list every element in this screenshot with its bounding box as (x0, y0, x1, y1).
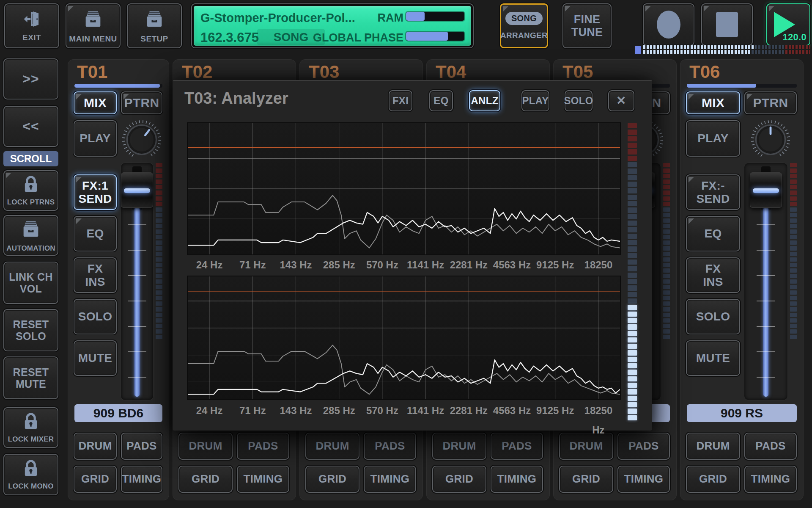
sidebar-item-automation[interactable]: AUTOMATION (3, 215, 58, 256)
sidebar-item-scroll-left[interactable]: << (3, 106, 58, 147)
pattern-name: G-Stomper-Producer-Pol... (200, 11, 355, 25)
meter-segment (156, 207, 162, 212)
dialog-tab-play[interactable]: PLAY (521, 90, 549, 111)
timing-button[interactable]: TIMING (364, 466, 416, 493)
timing-button[interactable]: TIMING (617, 466, 670, 493)
play-button[interactable]: 120.0 (766, 3, 810, 46)
meter-segment (156, 290, 162, 295)
meter-segment (156, 240, 162, 245)
close-icon[interactable]: ✕ (608, 90, 634, 111)
drum-button[interactable]: DRUM (74, 433, 117, 460)
grid-button[interactable]: GRID (178, 466, 233, 493)
sidebar-item-reset-solo[interactable]: RESET SOLO (3, 309, 58, 351)
ptrn-button[interactable]: PTRN (744, 91, 797, 114)
meter-segment (628, 149, 637, 154)
dialog-tab-solo[interactable]: SOLO (565, 90, 593, 111)
ptrn-button[interactable]: PTRN (121, 91, 162, 114)
fine-tune-button[interactable]: FINE TUNE (562, 3, 612, 48)
meter-segment (156, 263, 162, 267)
fader-tick (128, 326, 146, 327)
dialog-tab-eq[interactable]: EQ (429, 90, 453, 111)
solo-button[interactable]: SOLO (74, 299, 117, 334)
meter-segment (790, 224, 797, 228)
fx-ins-button[interactable]: FX INS (686, 257, 740, 293)
grid-button[interactable]: GRID (305, 466, 359, 493)
sidebar-item-label: LOCK MONO (8, 482, 54, 490)
timing-button[interactable]: TIMING (491, 466, 543, 493)
tempo-value: 120.0 (782, 32, 807, 43)
drum-button[interactable]: DRUM (432, 433, 486, 460)
meter-segment (628, 234, 637, 239)
meter-segment (663, 324, 670, 328)
mix-button[interactable]: MIX (74, 91, 117, 114)
setup-button[interactable]: SETUP (127, 3, 182, 48)
channel-pan-knob[interactable] (121, 119, 162, 161)
record-button[interactable] (643, 3, 694, 46)
timing-button[interactable]: TIMING (237, 466, 289, 493)
grid-button[interactable]: GRID (559, 466, 613, 493)
fader-handle-light (124, 188, 150, 193)
grid-button[interactable]: GRID (74, 466, 117, 493)
meter-segment (628, 344, 637, 349)
grid-button[interactable]: GRID (686, 466, 740, 493)
pads-button[interactable]: PADS (617, 433, 670, 460)
stop-button[interactable] (701, 3, 753, 46)
fader-tick (128, 224, 146, 225)
pads-button[interactable]: PADS (491, 433, 543, 460)
track-play-button[interactable]: PLAY (74, 120, 117, 157)
fader-handle[interactable] (750, 172, 782, 208)
analyzer-chart-upper (188, 123, 620, 254)
sidebar-item-lock-mono[interactable]: LOCK MONO (3, 454, 58, 495)
main-menu-button[interactable]: MAIN MENU (66, 3, 121, 48)
solo-button[interactable]: SOLO (686, 299, 740, 334)
drum-button[interactable]: DRUM (686, 433, 740, 460)
pads-button[interactable]: PADS (364, 433, 416, 460)
fx-send-button[interactable]: FX:1SEND (74, 174, 117, 210)
meter-segment (628, 207, 637, 213)
channel-pan-knob[interactable] (744, 119, 797, 161)
sidebar-item-lock-mixer[interactable]: LOCK MIXER (3, 407, 58, 448)
fx-send-label: SEND (79, 192, 112, 205)
timing-button[interactable]: TIMING (744, 466, 797, 493)
drum-button[interactable]: DRUM (305, 433, 359, 460)
dialog-tab-fxi[interactable]: FXI (389, 90, 412, 111)
pads-button[interactable]: PADS (121, 433, 162, 460)
fader-tick (128, 377, 146, 378)
eq-button[interactable]: EQ (686, 216, 740, 251)
lcd-screen: G-Stomper-Producer-Pol... 162.3.675 SONG… (194, 6, 471, 46)
meter-segment (628, 123, 637, 128)
track-play-button[interactable]: PLAY (686, 120, 740, 157)
sidebar-item-label: >> (22, 72, 39, 87)
pads-button[interactable]: PADS (744, 433, 797, 460)
meter-segment (156, 218, 162, 223)
meter-segment (663, 185, 670, 189)
meter-segment (663, 235, 670, 239)
mute-button[interactable]: MUTE (74, 340, 117, 376)
sidebar-item-reset-mute[interactable]: RESET MUTE (3, 356, 58, 399)
channel-level-meter (790, 163, 797, 339)
meter-segment (628, 312, 637, 317)
song-arranger-button[interactable]: SONG ARRANGER (500, 3, 548, 48)
sidebar-item-link-ch-vol[interactable]: LINK CH VOL (3, 262, 58, 304)
grid-button[interactable]: GRID (432, 466, 486, 493)
meter-segment (156, 213, 162, 217)
fx-ins-button[interactable]: FX INS (74, 257, 117, 293)
drum-button[interactable]: DRUM (178, 433, 233, 460)
drum-button[interactable]: DRUM (559, 433, 613, 460)
timing-button[interactable]: TIMING (121, 466, 162, 493)
fx-send-button[interactable]: FX:-SEND (686, 174, 740, 210)
mute-button[interactable]: MUTE (686, 340, 740, 376)
sidebar-item-lock-patterns[interactable]: LOCK PTRNS (3, 170, 58, 211)
mix-button[interactable]: MIX (686, 91, 740, 114)
meter-segment (663, 202, 670, 206)
sidebar-item-scroll-right[interactable]: >> (3, 58, 58, 99)
eq-button[interactable]: EQ (74, 216, 117, 251)
fx-send-label: SEND (697, 192, 730, 205)
freq-tick-label: 24 Hz (188, 401, 231, 420)
meter-segment (790, 296, 797, 300)
fader-handle[interactable] (121, 172, 153, 208)
track-pattern-progress (74, 84, 162, 88)
dialog-tab-anlz[interactable]: ANLZ (469, 90, 500, 111)
meter-segment (790, 174, 797, 178)
pads-button[interactable]: PADS (237, 433, 289, 460)
